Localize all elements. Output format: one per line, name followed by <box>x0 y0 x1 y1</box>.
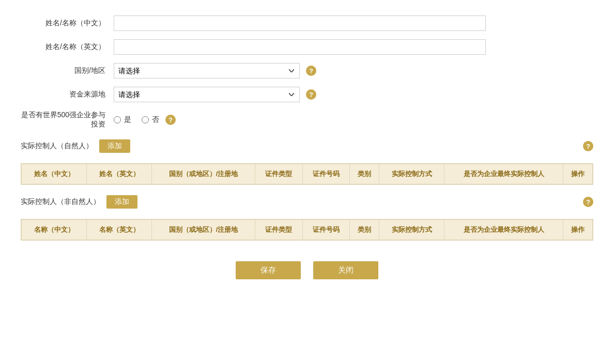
natural-person-col-country: 国别（或地区）/注册地 <box>152 164 255 184</box>
non-natural-person-table-header-row: 名称（中文） 名称（英文） 国别（或地区）/注册地 证件类型 证件号码 类别 实… <box>22 220 593 240</box>
non-natural-person-col-name-en: 名称（英文） <box>87 220 152 240</box>
fortune500-yes-option[interactable]: 是 <box>114 115 131 124</box>
natural-person-table-wrapper: 姓名（中文） 姓名（英文） 国别（或地区）/注册地 证件类型 证件号码 类别 实… <box>21 163 593 185</box>
non-natural-person-col-cert-type: 证件类型 <box>255 220 303 240</box>
non-natural-person-help-icon[interactable]: ? <box>583 197 593 207</box>
name-cn-input[interactable] <box>114 15 486 31</box>
natural-person-help-icon[interactable]: ? <box>583 141 593 151</box>
fortune500-no-radio[interactable] <box>142 116 149 123</box>
non-natural-person-col-cert-no: 证件号码 <box>302 220 350 240</box>
natural-person-section-title: 实际控制人（自然人） <box>21 141 93 151</box>
footer-buttons: 保存 关闭 <box>21 261 593 290</box>
natural-person-col-cert-no: 证件号码 <box>302 164 350 184</box>
natural-person-col-control-method: 实际控制方式 <box>379 164 444 184</box>
fortune500-no-label: 否 <box>152 115 159 124</box>
natural-person-col-name-en: 姓名（英文） <box>87 164 152 184</box>
fortune500-radio-group: 是 否 <box>114 115 159 124</box>
name-en-input[interactable] <box>114 39 486 55</box>
natural-person-table-header-row: 姓名（中文） 姓名（英文） 国别（或地区）/注册地 证件类型 证件号码 类别 实… <box>22 164 593 184</box>
non-natural-person-col-name-cn: 名称（中文） <box>22 220 87 240</box>
non-natural-person-col-is-final-controller: 是否为企业最终实际控制人 <box>444 220 563 240</box>
non-natural-person-col-operation: 操作 <box>563 220 592 240</box>
natural-person-add-button[interactable]: 添加 <box>99 139 130 153</box>
natural-person-col-operation: 操作 <box>563 164 592 184</box>
natural-person-col-is-final-controller: 是否为企业最终实际控制人 <box>444 164 563 184</box>
fortune500-help-icon[interactable]: ? <box>165 115 176 125</box>
close-button[interactable]: 关闭 <box>313 261 378 279</box>
fund-source-select[interactable]: 请选择 <box>114 87 300 102</box>
country-select[interactable]: 请选择 <box>114 63 300 78</box>
natural-person-col-category: 类别 <box>350 164 379 184</box>
non-natural-person-add-button[interactable]: 添加 <box>106 195 137 209</box>
natural-person-col-cert-type: 证件类型 <box>255 164 303 184</box>
name-cn-label: 姓名/名称（中文） <box>21 19 114 28</box>
non-natural-person-table-wrapper: 名称（中文） 名称（英文） 国别（或地区）/注册地 证件类型 证件号码 类别 实… <box>21 219 593 241</box>
fortune500-yes-label: 是 <box>124 115 131 124</box>
fund-source-help-icon[interactable]: ? <box>306 89 316 100</box>
natural-person-col-name-cn: 姓名（中文） <box>22 164 87 184</box>
non-natural-person-col-country: 国别（或地区）/注册地 <box>152 220 255 240</box>
country-label: 国别/地区 <box>21 66 114 75</box>
non-natural-person-col-category: 类别 <box>350 220 379 240</box>
fund-source-label: 资金来源地 <box>21 90 114 99</box>
fortune500-no-option[interactable]: 否 <box>142 115 159 124</box>
save-button[interactable]: 保存 <box>236 261 301 279</box>
non-natural-person-table: 名称（中文） 名称（英文） 国别（或地区）/注册地 证件类型 证件号码 类别 实… <box>21 219 593 240</box>
non-natural-person-section-title: 实际控制人（非自然人） <box>21 197 100 207</box>
fortune500-label: 是否有世界500强企业参与投资 <box>21 110 114 129</box>
country-help-icon[interactable]: ? <box>306 66 316 76</box>
fortune500-yes-radio[interactable] <box>114 116 121 123</box>
name-en-label: 姓名/名称（英文） <box>21 42 114 52</box>
natural-person-table: 姓名（中文） 姓名（英文） 国别（或地区）/注册地 证件类型 证件号码 类别 实… <box>21 164 593 184</box>
non-natural-person-col-control-method: 实际控制方式 <box>379 220 444 240</box>
